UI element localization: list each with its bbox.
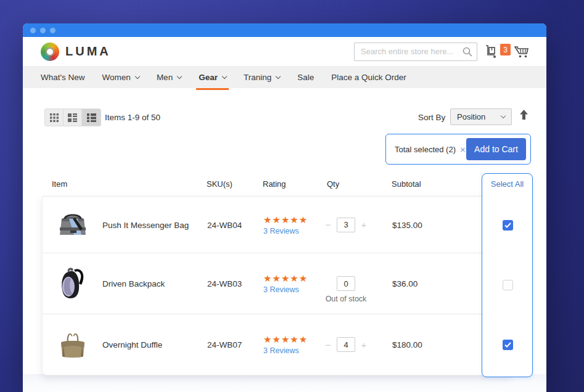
search-icon[interactable]	[463, 47, 472, 57]
qty-input[interactable]	[337, 337, 355, 352]
qty-cell: − +	[325, 337, 367, 352]
qty-cell: − + Out of stock	[325, 276, 367, 291]
qty-cell: − +	[325, 218, 367, 232]
column-header-rating: Rating	[263, 179, 286, 189]
quick-order-trolley-icon[interactable]	[483, 45, 497, 59]
product-row: Push It Messenger Bag 24-WB04 ★★★★★ 3 Re…	[43, 197, 512, 253]
product-row: Driven Backpack 24-WB03 ★★★★★ 3 Reviews …	[43, 253, 512, 314]
chevron-down-icon	[177, 73, 182, 78]
cart-icon[interactable]	[514, 45, 529, 59]
star-rating: ★★★★★	[263, 214, 308, 224]
product-name: Push It Messenger Bag	[102, 220, 189, 229]
nav-item-label: Place a Quick Order	[331, 73, 406, 82]
chevron-down-icon	[501, 113, 506, 118]
view-mode-switcher	[44, 108, 101, 126]
nav-item-label: Gear	[199, 73, 218, 82]
nav-item-label: Sale	[297, 73, 314, 82]
row-checkbox-unchecked[interactable]	[503, 280, 513, 290]
items-count: Items 1-9 of 50	[105, 113, 160, 122]
page-background-strip	[23, 374, 546, 392]
product-rating: ★★★★★ 3 Reviews	[263, 214, 308, 235]
product-name: Overnight Duffle	[102, 340, 162, 349]
add-to-cart-button[interactable]: Add to Cart	[466, 138, 526, 160]
nav-item-men[interactable]: Men	[148, 66, 190, 88]
product-subtotal: $135.00	[392, 220, 422, 229]
store-header: LUMA 3	[23, 37, 546, 66]
window-control-close[interactable]	[30, 28, 36, 33]
chevron-down-icon	[135, 73, 140, 78]
product-rating: ★★★★★ 3 Reviews	[263, 274, 308, 294]
nav-item-label: What's New	[41, 73, 85, 82]
column-header-item: Item	[52, 179, 67, 189]
grid-extended-view-button[interactable]	[64, 109, 82, 126]
nav-item-traning[interactable]: Traning	[235, 66, 289, 88]
chevron-down-icon	[222, 73, 227, 78]
product-subtotal: $36.00	[392, 279, 417, 288]
browser-window: LUMA 3 What's NewWomenMenGearTraningSale…	[23, 23, 546, 392]
nav-item-women[interactable]: Women	[94, 66, 148, 88]
nav-item-sale[interactable]: Sale	[289, 66, 323, 88]
reviews-link[interactable]: 3 Reviews	[263, 285, 308, 294]
product-sku: 24-WB07	[207, 340, 242, 349]
luma-logo-icon	[41, 43, 59, 61]
items-table-body: Push It Messenger Bag 24-WB04 ★★★★★ 3 Re…	[42, 196, 513, 375]
product-name: Driven Backpack	[102, 279, 165, 288]
row-checkbox-checked[interactable]	[503, 220, 513, 231]
nav-item-label: Women	[102, 73, 131, 82]
clear-selection-button[interactable]: ×	[460, 144, 466, 155]
select-all-panel: Select All	[482, 173, 533, 377]
qty-input[interactable]	[337, 276, 355, 291]
qty-input[interactable]	[337, 218, 355, 232]
grid-view-button[interactable]	[45, 109, 64, 126]
column-header-qty: Qty	[327, 179, 339, 189]
column-header-sku: SKU(s)	[207, 179, 232, 189]
nav-item-what-s-new[interactable]: What's New	[32, 66, 94, 88]
nav-item-label: Traning	[244, 73, 271, 82]
sort-by-value: Position	[457, 112, 485, 121]
qty-decrease-button[interactable]: −	[325, 340, 331, 350]
qty-decrease-button[interactable]: −	[325, 219, 331, 230]
product-sku: 24-WB04	[207, 220, 242, 229]
list-view-button[interactable]	[82, 109, 101, 126]
window-titlebar	[23, 23, 546, 37]
product-image[interactable]	[55, 207, 91, 243]
product-image[interactable]	[55, 327, 91, 362]
reviews-link[interactable]: 3 Reviews	[263, 226, 308, 235]
sort-by-label: Sort By	[418, 113, 445, 122]
cart-count-badge: 3	[500, 44, 511, 55]
stock-status: Out of stock	[326, 295, 367, 303]
column-header-subtotal: Subtotal	[392, 179, 421, 189]
product-sku: 24-WB03	[207, 279, 242, 288]
nav-item-label: Men	[157, 73, 173, 82]
star-rating: ★★★★★	[263, 274, 308, 283]
qty-increase-button[interactable]: +	[361, 340, 367, 350]
sort-direction-ascending-button[interactable]	[519, 110, 528, 120]
page-content: Items 1-9 of 50 Sort By Position Total s…	[23, 88, 546, 392]
brand-name: LUMA	[65, 44, 111, 59]
product-rating: ★★★★★ 3 Reviews	[263, 335, 308, 355]
product-image[interactable]	[55, 266, 91, 301]
nav-item-gear[interactable]: Gear	[190, 66, 235, 88]
reviews-link[interactable]: 3 Reviews	[263, 346, 308, 355]
row-checkbox-checked[interactable]	[503, 340, 513, 350]
product-row: Overnight Duffle 24-WB07 ★★★★★ 3 Reviews…	[43, 314, 512, 375]
qty-increase-button[interactable]: +	[361, 219, 367, 230]
luma-logo[interactable]: LUMA	[41, 43, 111, 61]
window-control-minimize[interactable]	[40, 28, 46, 33]
window-control-maximize[interactable]	[50, 28, 56, 33]
total-selected-label: Total selected (2)	[395, 145, 456, 154]
select-all-label[interactable]: Select All	[482, 179, 532, 189]
chevron-down-icon	[276, 73, 281, 78]
main-nav: What's NewWomenMenGearTraningSalePlace a…	[23, 66, 546, 88]
star-rating: ★★★★★	[263, 335, 308, 344]
search-input[interactable]	[354, 43, 477, 61]
sort-by-select[interactable]: Position	[450, 108, 512, 125]
nav-item-place-a-quick-order[interactable]: Place a Quick Order	[323, 66, 415, 88]
search-box	[354, 43, 477, 61]
selection-bar: Total selected (2) × Add to Cart	[385, 134, 531, 165]
product-subtotal: $180.00	[392, 340, 422, 349]
